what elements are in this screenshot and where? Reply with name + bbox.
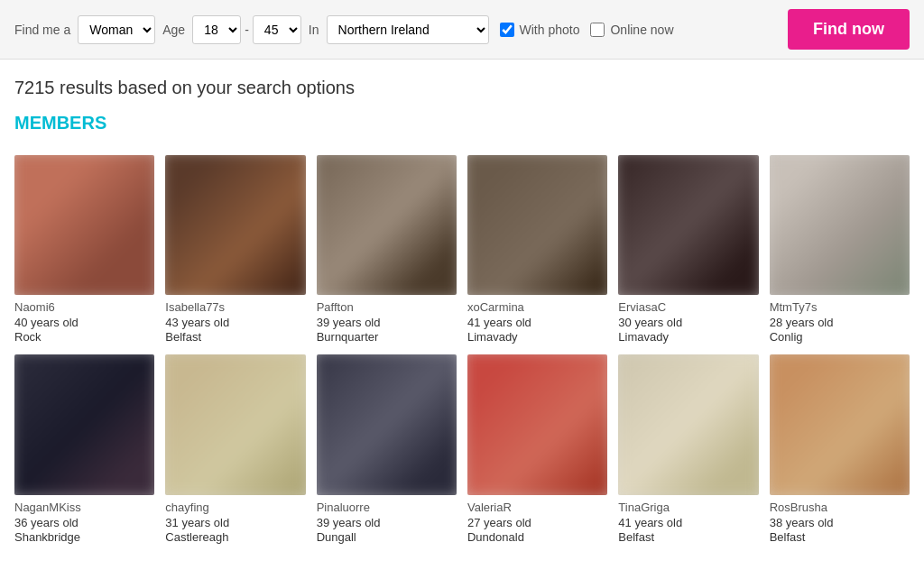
member-card[interactable]: ValeriaR 27 years old Dundonald [467,354,607,543]
member-username: TinaGriga [618,501,758,514]
find-now-button[interactable]: Find now [788,9,910,50]
age-label: Age [162,23,185,37]
member-card[interactable]: RosBrusha 38 years old Belfast [770,354,910,543]
member-photo-inner [14,155,154,295]
member-photo [165,155,305,295]
member-card[interactable]: NaganMKiss 36 years old Shankbridge [14,354,154,543]
member-location: Shankbridge [14,530,154,544]
in-label: In [309,23,319,37]
member-age: 43 years old [165,316,305,329]
member-card[interactable]: ErviasaC 30 years old Limavady [618,155,758,344]
member-location: Belfast [618,530,758,544]
results-section: 7215 results based on your search option… [0,60,924,155]
member-username: RosBrusha [770,501,910,514]
member-photo-inner [467,354,607,494]
age-from-select[interactable]: 18192025 3035 [192,15,241,44]
member-username: xoCarmina [467,300,607,314]
member-username: Pinaluorre [317,501,457,514]
member-card[interactable]: TinaGriga 41 years old Belfast [618,354,758,543]
age-separator: - [245,23,249,37]
gender-select[interactable]: Woman Man [78,15,155,44]
member-age: 39 years old [317,516,457,529]
member-age: 41 years old [618,516,758,529]
member-photo [618,155,758,295]
member-photo [770,155,910,295]
member-location: Belfast [165,330,305,344]
member-photo-inner [770,155,910,295]
member-photo-inner [618,354,758,494]
member-card[interactable]: Isabella77s 43 years old Belfast [165,155,305,344]
member-photo-inner [317,354,457,494]
member-photo-inner [618,155,758,295]
age-to-select[interactable]: 404550 5560 [253,15,301,44]
member-age: 40 years old [14,316,154,329]
member-photo-inner [467,155,607,295]
find-me-label: Find me a [14,23,70,37]
member-card[interactable]: chayfing 31 years old Castlereagh [165,354,305,543]
member-photo [467,354,607,494]
member-age: 31 years old [165,516,305,529]
member-card[interactable]: MtmTy7s 28 years old Conlig [770,155,910,344]
with-photo-group: With photo [500,23,580,37]
member-location: Limavady [467,330,607,344]
member-photo-inner [165,155,305,295]
online-now-checkbox[interactable] [590,23,605,37]
member-username: ValeriaR [467,501,607,514]
member-photo-inner [317,155,457,295]
member-photo [14,354,154,494]
member-photo-inner [14,354,154,494]
member-card[interactable]: Paffton 39 years old Burnquarter [317,155,457,344]
member-username: MtmTy7s [770,300,910,314]
member-photo [618,354,758,494]
member-location: Belfast [770,530,910,544]
member-location: Conlig [770,330,910,344]
member-age: 38 years old [770,516,910,529]
members-heading: MEMBERS [14,113,910,133]
member-card[interactable]: Naomi6 40 years old Rock [14,155,154,344]
member-age: 30 years old [618,316,758,329]
member-photo [770,354,910,494]
results-count: 7215 results based on your search option… [14,78,910,98]
member-age: 27 years old [467,516,607,529]
member-photo-inner [770,354,910,494]
member-age: 36 years old [14,516,154,529]
member-location: Burnquarter [317,330,457,344]
member-location: Rock [14,330,154,344]
member-card[interactable]: xoCarmina 41 years old Limavady [467,155,607,344]
member-location: Dundonald [467,530,607,544]
member-username: ErviasaC [618,300,758,314]
member-photo [467,155,607,295]
member-photo-inner [165,354,305,494]
member-card[interactable]: Pinaluorre 39 years old Dungall [317,354,457,543]
member-photo [317,155,457,295]
member-username: Isabella77s [165,300,305,314]
member-username: Naomi6 [14,300,154,314]
search-bar: Find me a Woman Man Age 18192025 3035 - … [0,0,924,60]
with-photo-checkbox[interactable] [500,23,514,37]
member-location: Dungall [317,530,457,544]
member-photo [317,354,457,494]
member-location: Castlereagh [165,530,305,544]
member-username: chayfing [165,501,305,514]
location-select[interactable]: Northern Ireland England Scotland Wales [327,15,489,44]
with-photo-label[interactable]: With photo [520,23,580,37]
age-range: 18192025 3035 - 404550 5560 [192,15,301,44]
member-username: NaganMKiss [14,501,154,514]
online-now-group: Online now [590,23,673,37]
member-age: 39 years old [317,316,457,329]
online-now-label[interactable]: Online now [610,23,673,37]
member-photo [14,155,154,295]
members-grid: Naomi6 40 years old Rock Isabella77s 43 … [0,155,924,562]
member-age: 28 years old [770,316,910,329]
member-username: Paffton [317,300,457,314]
member-photo [165,354,305,494]
member-age: 41 years old [467,316,607,329]
member-location: Limavady [618,330,758,344]
